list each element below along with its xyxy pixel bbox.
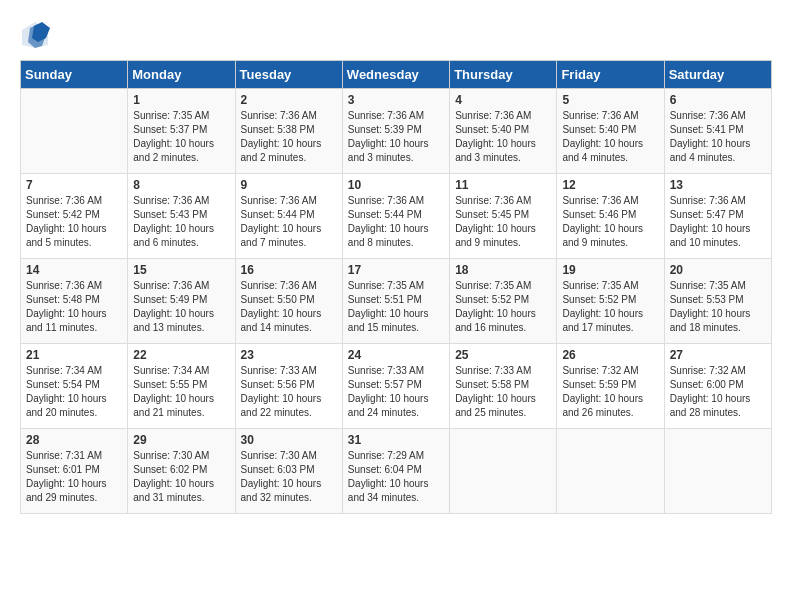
calendar-cell: 6Sunrise: 7:36 AMSunset: 5:41 PMDaylight… xyxy=(664,89,771,174)
day-info: Sunrise: 7:36 AMSunset: 5:47 PMDaylight:… xyxy=(670,194,766,250)
day-info: Sunrise: 7:32 AMSunset: 5:59 PMDaylight:… xyxy=(562,364,658,420)
day-info: Sunrise: 7:33 AMSunset: 5:57 PMDaylight:… xyxy=(348,364,444,420)
day-number: 31 xyxy=(348,433,444,447)
calendar-cell: 23Sunrise: 7:33 AMSunset: 5:56 PMDayligh… xyxy=(235,344,342,429)
day-info: Sunrise: 7:36 AMSunset: 5:40 PMDaylight:… xyxy=(562,109,658,165)
day-number: 6 xyxy=(670,93,766,107)
calendar-cell: 13Sunrise: 7:36 AMSunset: 5:47 PMDayligh… xyxy=(664,174,771,259)
day-info: Sunrise: 7:35 AMSunset: 5:53 PMDaylight:… xyxy=(670,279,766,335)
day-number: 20 xyxy=(670,263,766,277)
day-info: Sunrise: 7:35 AMSunset: 5:51 PMDaylight:… xyxy=(348,279,444,335)
calendar-cell: 31Sunrise: 7:29 AMSunset: 6:04 PMDayligh… xyxy=(342,429,449,514)
column-header-friday: Friday xyxy=(557,61,664,89)
day-number: 27 xyxy=(670,348,766,362)
header-row: SundayMondayTuesdayWednesdayThursdayFrid… xyxy=(21,61,772,89)
day-info: Sunrise: 7:36 AMSunset: 5:49 PMDaylight:… xyxy=(133,279,229,335)
day-info: Sunrise: 7:30 AMSunset: 6:03 PMDaylight:… xyxy=(241,449,337,505)
day-info: Sunrise: 7:33 AMSunset: 5:56 PMDaylight:… xyxy=(241,364,337,420)
logo xyxy=(20,20,54,50)
calendar-cell: 10Sunrise: 7:36 AMSunset: 5:44 PMDayligh… xyxy=(342,174,449,259)
calendar-cell: 18Sunrise: 7:35 AMSunset: 5:52 PMDayligh… xyxy=(450,259,557,344)
day-number: 17 xyxy=(348,263,444,277)
day-number: 29 xyxy=(133,433,229,447)
day-number: 13 xyxy=(670,178,766,192)
calendar-cell: 15Sunrise: 7:36 AMSunset: 5:49 PMDayligh… xyxy=(128,259,235,344)
day-info: Sunrise: 7:36 AMSunset: 5:48 PMDaylight:… xyxy=(26,279,122,335)
calendar-cell: 12Sunrise: 7:36 AMSunset: 5:46 PMDayligh… xyxy=(557,174,664,259)
calendar-cell: 28Sunrise: 7:31 AMSunset: 6:01 PMDayligh… xyxy=(21,429,128,514)
column-header-wednesday: Wednesday xyxy=(342,61,449,89)
calendar-cell: 30Sunrise: 7:30 AMSunset: 6:03 PMDayligh… xyxy=(235,429,342,514)
calendar-cell: 9Sunrise: 7:36 AMSunset: 5:44 PMDaylight… xyxy=(235,174,342,259)
day-number: 1 xyxy=(133,93,229,107)
day-info: Sunrise: 7:35 AMSunset: 5:37 PMDaylight:… xyxy=(133,109,229,165)
day-number: 25 xyxy=(455,348,551,362)
day-number: 11 xyxy=(455,178,551,192)
column-header-thursday: Thursday xyxy=(450,61,557,89)
calendar-cell: 25Sunrise: 7:33 AMSunset: 5:58 PMDayligh… xyxy=(450,344,557,429)
calendar-cell: 8Sunrise: 7:36 AMSunset: 5:43 PMDaylight… xyxy=(128,174,235,259)
day-number: 19 xyxy=(562,263,658,277)
day-info: Sunrise: 7:36 AMSunset: 5:43 PMDaylight:… xyxy=(133,194,229,250)
day-number: 23 xyxy=(241,348,337,362)
day-number: 8 xyxy=(133,178,229,192)
week-row-3: 14Sunrise: 7:36 AMSunset: 5:48 PMDayligh… xyxy=(21,259,772,344)
day-number: 24 xyxy=(348,348,444,362)
day-number: 22 xyxy=(133,348,229,362)
calendar-cell: 7Sunrise: 7:36 AMSunset: 5:42 PMDaylight… xyxy=(21,174,128,259)
calendar-cell: 21Sunrise: 7:34 AMSunset: 5:54 PMDayligh… xyxy=(21,344,128,429)
day-number: 15 xyxy=(133,263,229,277)
day-info: Sunrise: 7:36 AMSunset: 5:42 PMDaylight:… xyxy=(26,194,122,250)
day-number: 4 xyxy=(455,93,551,107)
calendar-cell: 20Sunrise: 7:35 AMSunset: 5:53 PMDayligh… xyxy=(664,259,771,344)
day-number: 7 xyxy=(26,178,122,192)
day-info: Sunrise: 7:31 AMSunset: 6:01 PMDaylight:… xyxy=(26,449,122,505)
day-number: 14 xyxy=(26,263,122,277)
day-info: Sunrise: 7:32 AMSunset: 6:00 PMDaylight:… xyxy=(670,364,766,420)
day-number: 9 xyxy=(241,178,337,192)
calendar-table: SundayMondayTuesdayWednesdayThursdayFrid… xyxy=(20,60,772,514)
logo-icon xyxy=(20,20,50,50)
day-info: Sunrise: 7:34 AMSunset: 5:55 PMDaylight:… xyxy=(133,364,229,420)
column-header-monday: Monday xyxy=(128,61,235,89)
calendar-cell xyxy=(450,429,557,514)
day-info: Sunrise: 7:36 AMSunset: 5:50 PMDaylight:… xyxy=(241,279,337,335)
week-row-2: 7Sunrise: 7:36 AMSunset: 5:42 PMDaylight… xyxy=(21,174,772,259)
calendar-cell: 17Sunrise: 7:35 AMSunset: 5:51 PMDayligh… xyxy=(342,259,449,344)
day-info: Sunrise: 7:34 AMSunset: 5:54 PMDaylight:… xyxy=(26,364,122,420)
day-number: 30 xyxy=(241,433,337,447)
calendar-cell: 4Sunrise: 7:36 AMSunset: 5:40 PMDaylight… xyxy=(450,89,557,174)
calendar-cell: 29Sunrise: 7:30 AMSunset: 6:02 PMDayligh… xyxy=(128,429,235,514)
column-header-saturday: Saturday xyxy=(664,61,771,89)
day-info: Sunrise: 7:36 AMSunset: 5:46 PMDaylight:… xyxy=(562,194,658,250)
day-info: Sunrise: 7:36 AMSunset: 5:38 PMDaylight:… xyxy=(241,109,337,165)
day-number: 21 xyxy=(26,348,122,362)
day-number: 16 xyxy=(241,263,337,277)
page-header xyxy=(20,20,772,50)
calendar-cell: 22Sunrise: 7:34 AMSunset: 5:55 PMDayligh… xyxy=(128,344,235,429)
day-number: 18 xyxy=(455,263,551,277)
calendar-cell: 16Sunrise: 7:36 AMSunset: 5:50 PMDayligh… xyxy=(235,259,342,344)
calendar-cell xyxy=(557,429,664,514)
calendar-cell: 5Sunrise: 7:36 AMSunset: 5:40 PMDaylight… xyxy=(557,89,664,174)
day-info: Sunrise: 7:29 AMSunset: 6:04 PMDaylight:… xyxy=(348,449,444,505)
calendar-cell: 2Sunrise: 7:36 AMSunset: 5:38 PMDaylight… xyxy=(235,89,342,174)
calendar-cell: 24Sunrise: 7:33 AMSunset: 5:57 PMDayligh… xyxy=(342,344,449,429)
calendar-cell xyxy=(21,89,128,174)
day-info: Sunrise: 7:36 AMSunset: 5:44 PMDaylight:… xyxy=(241,194,337,250)
week-row-1: 1Sunrise: 7:35 AMSunset: 5:37 PMDaylight… xyxy=(21,89,772,174)
day-number: 10 xyxy=(348,178,444,192)
day-info: Sunrise: 7:35 AMSunset: 5:52 PMDaylight:… xyxy=(562,279,658,335)
day-number: 28 xyxy=(26,433,122,447)
column-header-tuesday: Tuesday xyxy=(235,61,342,89)
day-number: 3 xyxy=(348,93,444,107)
day-info: Sunrise: 7:36 AMSunset: 5:41 PMDaylight:… xyxy=(670,109,766,165)
calendar-cell xyxy=(664,429,771,514)
day-number: 26 xyxy=(562,348,658,362)
calendar-cell: 26Sunrise: 7:32 AMSunset: 5:59 PMDayligh… xyxy=(557,344,664,429)
calendar-cell: 1Sunrise: 7:35 AMSunset: 5:37 PMDaylight… xyxy=(128,89,235,174)
calendar-cell: 19Sunrise: 7:35 AMSunset: 5:52 PMDayligh… xyxy=(557,259,664,344)
day-number: 5 xyxy=(562,93,658,107)
calendar-cell: 3Sunrise: 7:36 AMSunset: 5:39 PMDaylight… xyxy=(342,89,449,174)
day-info: Sunrise: 7:36 AMSunset: 5:40 PMDaylight:… xyxy=(455,109,551,165)
